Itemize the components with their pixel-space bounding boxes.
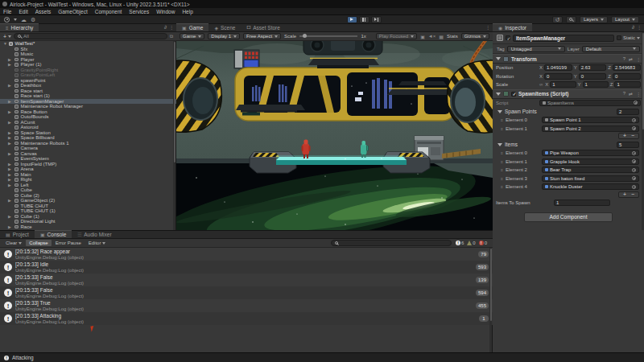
scale-slider[interactable] [299, 35, 357, 37]
gear-icon[interactable]: ⚙ [31, 17, 35, 23]
tab-audio-mixer[interactable]: 𝄙Audio Mixer [72, 230, 117, 238]
console-search-input[interactable] [331, 240, 452, 246]
items-add-remove[interactable]: +− [618, 191, 639, 198]
object-picker-icon[interactable] [632, 118, 636, 122]
foldout-icon[interactable] [496, 93, 501, 96]
aspect-dropdown[interactable]: Free Aspect [243, 33, 281, 39]
account-icon[interactable] [4, 17, 10, 23]
drag-handle-icon[interactable]: ≡ [501, 184, 503, 189]
spawnitems-component-header[interactable]: SpawnItems (Script) ?⇄⋮ [493, 89, 644, 99]
spawn-points-size-field[interactable]: 2 [617, 109, 639, 115]
step-button[interactable] [371, 16, 382, 23]
undo-history-button[interactable]: ↺ [552, 16, 563, 23]
transform-component-header[interactable]: Transform ?⇄⋮ [493, 54, 644, 64]
object-field-bear-trap[interactable]: Bear Trap [542, 167, 639, 173]
object-field-pipe-weapon[interactable]: Pipe Weapon [542, 150, 639, 156]
tab-hierarchy[interactable]: ≡Hierarchy [0, 23, 39, 31]
play-focused-dropdown[interactable]: Play Focused [376, 33, 417, 39]
object-picker-icon[interactable] [634, 101, 638, 105]
info-count-badge[interactable]: !6 [456, 241, 464, 245]
lock-icon[interactable]: ∂ [632, 25, 634, 30]
error-pause-toggle[interactable]: Error Pause [52, 240, 85, 246]
stats-button[interactable]: Stats [447, 34, 458, 39]
kebab-menu-icon[interactable]: ⋮ [485, 24, 490, 30]
layers-dropdown[interactable]: Layers [580, 16, 608, 23]
tab-scene[interactable]: ◈Scene [208, 23, 241, 31]
help-icon[interactable]: ? [623, 91, 625, 97]
object-picker-icon[interactable] [632, 168, 636, 172]
vsync-icon[interactable]: ▦ [439, 34, 444, 39]
transform-scale-y-field[interactable]: 1 [583, 81, 609, 88]
filter-icon[interactable]: ⧉ [170, 34, 173, 39]
scale-slider-handle[interactable] [303, 34, 307, 38]
account-caret-icon[interactable] [14, 19, 17, 21]
search-button[interactable] [566, 16, 576, 23]
transform-scale-z-field[interactable]: 1 [614, 81, 641, 88]
error-count-badge[interactable]: !0 [479, 241, 487, 245]
console-log-entry[interactable]: ![20:15:33] IdleUnityEngine.Debug:Log (o… [0, 261, 493, 274]
menu-assets[interactable]: Assets [35, 9, 52, 14]
items-to-spawn-field[interactable]: 1 [554, 200, 610, 206]
console-log-entry[interactable]: ![20:15:32] Race appearUnityEngine.Debug… [0, 248, 493, 261]
warning-count-badge[interactable]: 0 [467, 241, 475, 245]
scale-link-icon[interactable]: ∞ [539, 82, 543, 87]
console-log-entry[interactable]: ![20:15:33] AttackingUnityEngine.Debug:L… [0, 312, 493, 325]
plus-icon[interactable]: + [623, 134, 626, 138]
clear-button[interactable]: Clear [2, 240, 25, 246]
kebab-menu-icon[interactable]: ⋮ [636, 91, 641, 97]
editor-dropdown[interactable]: Editor [85, 240, 109, 246]
preset-icon[interactable]: ⇄ [629, 56, 633, 62]
tab-project[interactable]: ▤Project [0, 230, 35, 238]
transform-scale-x-field[interactable]: 1 [550, 81, 576, 88]
object-picker-icon[interactable] [632, 126, 636, 130]
kebab-menu-icon[interactable]: ⋮ [169, 24, 174, 30]
tab-inspector[interactable]: ◉Inspector [493, 23, 532, 31]
console-log-entry[interactable]: ![20:15:33] FalseUnityEngine.Debug:Log (… [0, 274, 493, 286]
object-field-stun-baton-fixed[interactable]: Stun baton fixed [542, 175, 639, 182]
cloud-icon[interactable]: ☁ [21, 17, 27, 23]
items-foldout[interactable]: Items 5 [493, 140, 644, 149]
object-picker-icon[interactable] [632, 185, 636, 189]
static-caret-icon[interactable] [637, 37, 640, 39]
layout-dropdown[interactable]: Layout [611, 16, 639, 23]
game-viewport[interactable] [176, 41, 493, 230]
menu-gameobject[interactable]: GameObject [58, 9, 88, 14]
pause-button[interactable] [359, 16, 369, 23]
object-field-spawn-point-2[interactable]: Spawn Point 2 [542, 125, 639, 132]
foldout-icon[interactable] [496, 57, 501, 60]
lock-icon[interactable]: ∂ [164, 25, 167, 30]
object-picker-icon[interactable] [632, 176, 636, 180]
transform-rotation-z-field[interactable]: 0 [613, 73, 641, 80]
minus-icon[interactable]: − [631, 134, 634, 138]
active-checkbox[interactable] [506, 35, 510, 40]
tab-console[interactable]: ▣Console [35, 230, 72, 238]
menu-component[interactable]: Component [95, 9, 122, 14]
static-checkbox[interactable] [617, 35, 621, 40]
drag-handle-icon[interactable]: ≡ [501, 159, 503, 164]
collapse-toggle[interactable]: Collapse [26, 240, 51, 246]
object-picker-icon[interactable] [632, 159, 636, 163]
transform-rotation-y-field[interactable]: 0 [579, 73, 607, 80]
transform-position-x-field[interactable]: 1.049199 [544, 64, 572, 71]
layer-dropdown[interactable]: Default [582, 46, 640, 52]
drag-handle-icon[interactable]: ≡ [501, 117, 503, 122]
drag-handle-icon[interactable]: ≡ [501, 150, 503, 155]
spawn-points-foldout[interactable]: Spawn Points 2 [493, 107, 644, 116]
drag-handle-icon[interactable]: ≡ [501, 167, 503, 172]
script-object-field[interactable]: SpawnItems [539, 100, 641, 106]
gameobject-icon[interactable] [497, 35, 503, 41]
create-object-button[interactable]: + [3, 34, 11, 39]
spawn-points-add-remove[interactable]: +− [618, 133, 639, 139]
menu-services[interactable]: Services [129, 9, 149, 14]
plus-icon[interactable]: + [623, 192, 626, 197]
items-size-field[interactable]: 5 [617, 142, 639, 148]
menu-edit[interactable]: Edit [19, 9, 27, 14]
script-enabled-checkbox[interactable] [511, 92, 516, 97]
gizmos-dropdown[interactable]: Gizmos [461, 33, 489, 39]
preset-icon[interactable]: ⇄ [629, 91, 633, 97]
display-dropdown[interactable]: Display 1 [208, 33, 240, 39]
kebab-menu-icon[interactable]: ⋮ [636, 56, 641, 62]
add-component-button[interactable]: Add Component [524, 212, 613, 222]
console-log-entry[interactable]: ![20:15:33] TrueUnityEngine.Debug:Log (o… [0, 299, 493, 312]
console-scrollbar[interactable] [489, 248, 492, 353]
